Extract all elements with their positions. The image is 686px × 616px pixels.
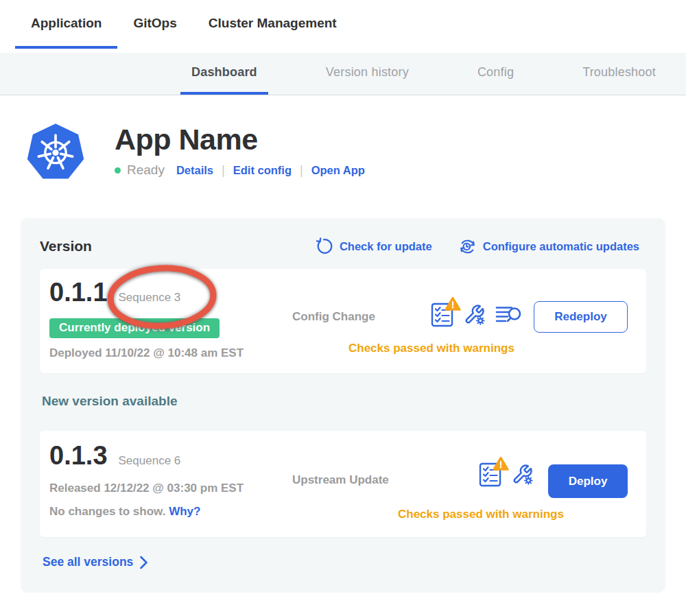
version-action-icons (479, 462, 533, 487)
wrench-gear-icon[interactable] (512, 464, 533, 485)
app-header-text: App Name Ready Details | Edit config | O… (115, 120, 365, 185)
version-source-label: Config Change (292, 310, 375, 324)
current-version-card: 0.1.1 Sequence 3 Currently deployed vers… (40, 269, 646, 373)
page-title: App Name (115, 123, 365, 156)
deploy-button[interactable]: Deploy (548, 464, 628, 498)
version-number: 0.1.1 (49, 277, 108, 307)
checks-status-text: Checks passed with warnings (398, 508, 564, 521)
chevron-right-icon (139, 556, 148, 569)
see-all-versions-label: See all versions (43, 555, 133, 569)
version-section: Version Check for update Configure (21, 218, 665, 593)
edit-config-link[interactable]: Edit config (233, 164, 292, 177)
details-link[interactable]: Details (176, 164, 213, 177)
preflight-checks-icon[interactable] (431, 302, 453, 327)
deployed-timestamp: Deployed 11/10/22 @ 10:48 am EST (49, 346, 646, 360)
tab-troubleshoot[interactable]: Troubleshoot (571, 53, 667, 95)
tab-label: Dashboard (191, 65, 257, 80)
nav-tab-application[interactable]: Application (15, 0, 117, 49)
nav-tab-label: Application (31, 16, 102, 31)
warning-icon (445, 296, 461, 311)
tab-label: Version history (326, 65, 409, 80)
sequence-label: Sequence 6 (119, 454, 181, 468)
separator: | (300, 163, 303, 178)
tab-config[interactable]: Config (466, 53, 525, 95)
preflight-checks-icon[interactable] (479, 462, 501, 487)
version-number: 0.1.3 (49, 440, 108, 471)
configure-auto-updates-label: Configure automatic updates (483, 240, 639, 253)
version-source-label: Upstream Update (292, 473, 389, 487)
wrench-gear-icon[interactable] (464, 304, 485, 325)
warning-icon (493, 456, 509, 471)
new-version-card: 0.1.3 Sequence 6 Released 12/12/22 @ 03:… (40, 431, 646, 537)
check-for-update-label: Check for update (340, 240, 432, 253)
configure-auto-updates-link[interactable]: Configure automatic updates (458, 237, 639, 256)
see-all-versions-link[interactable]: See all versions (43, 555, 148, 569)
refresh-icon (316, 237, 333, 255)
app-status-row: Ready Details | Edit config | Open App (115, 163, 365, 178)
open-app-link[interactable]: Open App (311, 164, 365, 177)
no-changes-text: No changes to show. (49, 505, 165, 518)
status-text: Ready (127, 163, 165, 178)
file-diff-icon[interactable] (495, 304, 523, 325)
deployed-status-badge: Currently deployed version (49, 318, 220, 338)
nav-tab-label: Cluster Management (209, 16, 337, 31)
redeploy-button[interactable]: Redeploy (534, 301, 628, 333)
status-dot-icon (115, 167, 121, 174)
tab-version-history[interactable]: Version history (315, 53, 420, 95)
new-version-heading: New version available (42, 394, 646, 409)
why-link[interactable]: Why? (169, 505, 200, 518)
app-header: App Name Ready Details | Edit config | O… (24, 120, 686, 185)
nav-tab-cluster-management[interactable]: Cluster Management (193, 0, 353, 49)
section-title: Version (40, 238, 92, 254)
sequence-label: Sequence 3 (119, 291, 181, 305)
version-action-icons (431, 302, 523, 327)
tab-label: Troubleshoot (582, 65, 656, 80)
auto-update-clock-icon (458, 237, 477, 256)
version-section-header: Version Check for update Configure (40, 237, 646, 255)
nav-tab-gitops[interactable]: GitOps (117, 0, 192, 49)
kubernetes-logo-icon (24, 120, 87, 185)
check-for-update-link[interactable]: Check for update (316, 237, 432, 256)
version-header-actions: Check for update Configure automatic upd… (316, 237, 639, 256)
secondary-nav: Dashboard Version history Config Trouble… (0, 53, 686, 95)
primary-nav: Application GitOps Cluster Management (0, 0, 686, 53)
tab-label: Config (477, 65, 514, 80)
nav-tab-label: GitOps (133, 16, 176, 31)
tab-dashboard[interactable]: Dashboard (180, 53, 268, 95)
checks-status-text: Checks passed with warnings (348, 342, 514, 355)
separator: | (222, 163, 225, 178)
